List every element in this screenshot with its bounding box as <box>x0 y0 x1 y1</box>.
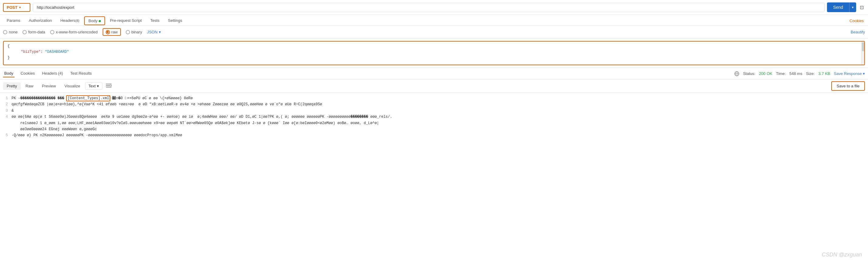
tab-body[interactable]: Body <box>84 16 105 25</box>
radio-binary[interactable]: binary <box>126 30 142 34</box>
response-header: Body Cookies Headers (4) Test Results St… <box>0 68 868 79</box>
code-line-1: { <box>6 43 862 49</box>
wrap-lines-icon <box>106 84 112 88</box>
view-tab-raw[interactable]: Raw <box>22 82 37 90</box>
view-tab-visualize[interactable]: Visualize <box>61 82 84 90</box>
save-response-button[interactable]: Save Response ▾ <box>834 71 865 76</box>
response-content: 1 PK -���������������� ��� [Content_Type… <box>0 93 868 141</box>
resp-line-5: 5 -Q/øøø ø} PK n2KøøøøøøøJ øøøøøøPK -øøø… <box>3 132 865 138</box>
radio-form-data-circle <box>23 30 27 34</box>
view-tab-preview[interactable]: Preview <box>38 82 60 90</box>
response-meta: Status: 200 OK Time: 548 ms Size: 3.7 KB… <box>734 71 865 76</box>
radio-urlencoded-circle <box>50 30 54 34</box>
response-tab-cookies[interactable]: Cookies <box>20 70 36 77</box>
method-label: POST <box>7 5 17 10</box>
size-label: Size: <box>806 71 815 76</box>
body-active-dot <box>99 20 101 22</box>
radio-raw-circle <box>106 30 110 34</box>
text-dropdown-arrow: ▾ <box>97 84 99 88</box>
send-button-group: Send ▾ <box>827 2 856 12</box>
code-editor[interactable]: { "bizType": "DASHBOARD" } <box>3 41 865 65</box>
wrap-lines-button[interactable] <box>103 82 114 90</box>
tab-authorization[interactable]: Authorization <box>25 16 56 26</box>
json-type-select[interactable]: JSON ▾ <box>147 30 161 34</box>
url-input[interactable] <box>33 3 825 12</box>
save-to-file-button[interactable]: Save to a file <box>831 81 865 91</box>
tab-params[interactable]: Params <box>3 16 24 26</box>
save-response-arrow: ▾ <box>863 71 865 76</box>
body-options-row: none form-data x-www-form-urlencoded raw… <box>0 26 868 38</box>
radio-binary-circle <box>126 30 130 34</box>
url-bar: POST ▾ Send ▾ ⊡ <box>0 0 868 15</box>
content-types-highlight: [Content_Types].xml <box>66 95 110 101</box>
resp-line-1: 1 PK -���������������� ��� [Content_Type… <box>3 95 865 101</box>
send-dropdown-arrow[interactable]: ▾ <box>849 2 856 12</box>
status-value: 200 OK <box>759 71 772 76</box>
editor-scrollbar[interactable] <box>861 41 864 65</box>
tab-headers[interactable]: Headers(8) <box>57 16 83 26</box>
resize-icon-button[interactable]: ⊡ <box>859 3 865 11</box>
response-tab-body[interactable]: Body <box>3 70 14 77</box>
method-dropdown-arrow: ▾ <box>19 6 21 9</box>
response-tab-testresults[interactable]: Test Results <box>69 70 93 77</box>
time-label: Time: <box>776 71 786 76</box>
text-type-dropdown[interactable]: Text ▾ <box>85 82 102 90</box>
tab-prerequest[interactable]: Pre-request Script <box>106 16 146 26</box>
response-tab-headers[interactable]: Headers (4) <box>41 70 64 77</box>
globe-icon <box>734 71 739 76</box>
radio-raw[interactable]: raw <box>103 28 121 36</box>
radio-none[interactable]: none <box>3 30 18 34</box>
beautify-button[interactable]: Beautify <box>851 30 865 34</box>
json-dropdown-arrow: ▾ <box>159 30 161 34</box>
radio-urlencoded[interactable]: x-www-form-urlencoded <box>50 30 98 34</box>
resp-line-4: 4 øø øø(6Aø øp(ø t S6øøø9ø)JGøøøsBQø4øøø… <box>3 114 865 132</box>
scrollbar-thumb <box>862 42 864 51</box>
code-line-3: } <box>6 55 862 61</box>
radio-form-data[interactable]: form-data <box>23 30 45 34</box>
resp-line-2: 2 qøcfgfWødøqøZCB |øø|ø×ø×h1øø},^ø{Vaø^K… <box>3 101 865 107</box>
radio-raw-inner <box>106 31 109 33</box>
tab-settings[interactable]: Settings <box>164 16 186 26</box>
code-line-2: "bizType": "DASHBOARD" <box>6 49 862 55</box>
status-label: Status: <box>743 71 755 76</box>
view-tabs-row: Pretty Raw Preview Visualize Text ▾ Save… <box>0 79 868 93</box>
resp-line-3: 3 & <box>3 108 865 114</box>
send-button[interactable]: Send <box>827 2 849 12</box>
request-tabs: Params Authorization Headers(8) Body Pre… <box>0 15 868 26</box>
method-select[interactable]: POST ▾ <box>3 3 30 12</box>
view-tab-pretty[interactable]: Pretty <box>3 82 21 90</box>
time-value: 548 ms <box>789 71 802 76</box>
size-value: 3.7 KB <box>818 71 830 76</box>
cookies-link[interactable]: Cookies <box>848 16 865 25</box>
radio-none-circle <box>3 30 7 34</box>
tab-tests[interactable]: Tests <box>147 16 163 26</box>
